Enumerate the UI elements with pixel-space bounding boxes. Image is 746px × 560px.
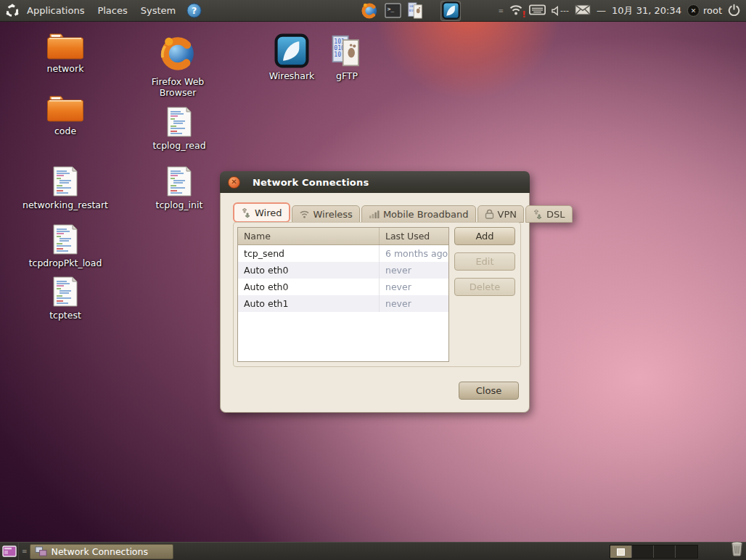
workspace-switcher <box>610 545 698 559</box>
task-window-icon <box>35 546 47 557</box>
help-icon[interactable]: ? <box>184 1 204 21</box>
edit-button[interactable]: Edit <box>454 252 515 271</box>
desktop-icon-code[interactable]: code <box>36 94 94 136</box>
gftp-launcher-icon[interactable]: 101 010 <box>406 1 426 21</box>
tab-label: Wired <box>255 207 282 218</box>
task-button-network-connections[interactable]: Network Connections <box>30 544 173 559</box>
show-desktop-button[interactable] <box>0 543 19 560</box>
top-panel: Applications Places System ? >_ 101 010 <box>0 0 746 22</box>
desktop-background: Applications Places System ? >_ 101 010 <box>0 0 746 560</box>
firefox-launcher-icon[interactable] <box>359 1 380 21</box>
desktop-icon-label: tcptest <box>29 310 102 321</box>
desktop-icon-gftp[interactable]: 101 010 10 gFTP <box>318 35 376 81</box>
desktop-icon-tcplog-read[interactable]: tcplog_read <box>142 106 217 151</box>
column-header-last-used[interactable]: Last Used <box>380 228 448 244</box>
table-row[interactable]: Auto eth0 never <box>238 279 448 295</box>
window-close-icon[interactable]: ✕ <box>228 176 240 189</box>
desktop-icon-label: tcpdropPkt_load <box>15 258 116 268</box>
connection-name: Auto eth1 <box>238 295 380 312</box>
window-titlebar[interactable]: ✕ Network Connections <box>220 171 530 193</box>
workspace-2[interactable] <box>632 545 654 558</box>
wireshark-icon <box>255 33 328 68</box>
dsl-icon <box>533 210 543 219</box>
wireless-icon <box>299 210 310 218</box>
tray-grip-handle[interactable]: ≡ <box>499 8 504 14</box>
connection-name: Auto eth0 <box>238 279 380 295</box>
wireshark-launcher-icon[interactable] <box>440 1 461 21</box>
column-header-name[interactable]: Name <box>238 228 380 244</box>
desktop-icon-wireshark[interactable]: Wireshark <box>255 33 328 81</box>
connection-last-used: never <box>380 262 448 279</box>
text-file-icon <box>142 106 217 138</box>
tab-vpn[interactable]: VPN <box>477 205 524 223</box>
workspace-3[interactable] <box>654 545 676 558</box>
close-button[interactable]: Close <box>459 382 519 400</box>
desktop-icon-label: tcplog_read <box>142 140 217 151</box>
text-file-icon <box>15 223 116 255</box>
terminal-launcher-icon[interactable]: >_ <box>382 1 403 21</box>
status-dash-indicator[interactable]: — <box>597 5 606 16</box>
desktop-icon-label: code <box>36 125 94 136</box>
menu-places[interactable]: Places <box>91 0 134 22</box>
window-body: Wired Wireless Mobile Broadband <box>220 193 530 413</box>
tab-mobile-broadband[interactable]: Mobile Broadband <box>361 205 476 223</box>
workspace-4[interactable] <box>676 545 697 558</box>
workspace-1[interactable] <box>610 545 632 558</box>
mail-indicator-icon[interactable] <box>575 4 591 17</box>
desktop-icon-network[interactable]: network <box>36 32 94 74</box>
tab-dsl[interactable]: DSL <box>525 205 573 223</box>
table-row[interactable]: Auto eth0 never <box>238 262 448 279</box>
gftp-icon: 101 010 10 <box>318 35 376 68</box>
svg-text:10: 10 <box>334 51 341 58</box>
keyboard-indicator-icon[interactable] <box>529 4 546 18</box>
table-actions: Add Edit Delete <box>454 227 515 296</box>
window-title: Network Connections <box>253 177 369 188</box>
add-button[interactable]: Add <box>454 227 515 245</box>
trash-icon[interactable] <box>730 541 744 559</box>
delete-button[interactable]: Delete <box>454 278 515 296</box>
menu-applications[interactable]: Applications <box>20 0 91 22</box>
tab-label: Wireless <box>313 209 353 220</box>
text-file-icon <box>142 165 217 197</box>
folder-icon <box>36 94 94 123</box>
text-file-icon <box>15 165 116 197</box>
volume-muted-icon[interactable]: --- <box>552 6 569 16</box>
task-button-label: Network Connections <box>52 546 148 557</box>
desktop-icon-tcpdropPkt-load[interactable]: tcpdropPkt_load <box>15 223 116 268</box>
table-row[interactable]: tcp_send 6 months ago <box>238 245 448 262</box>
desktop-icon-networking-restart[interactable]: networking_restart <box>15 165 116 210</box>
workspace-window-thumb <box>617 548 625 556</box>
firefox-icon <box>133 33 223 74</box>
connections-table[interactable]: Name Last Used tcp_send 6 months ago Aut… <box>237 227 449 362</box>
lock-icon <box>485 209 494 219</box>
tab-label: Mobile Broadband <box>383 209 469 220</box>
desktop-icon-firefox[interactable]: Firefox Web Browser <box>133 33 223 98</box>
menu-system[interactable]: System <box>134 0 182 22</box>
power-icon[interactable] <box>728 4 740 18</box>
desktop-icon-label: networking_restart <box>15 199 116 210</box>
tasklist-grip-handle[interactable]: ≡ <box>22 549 27 554</box>
connection-name: tcp_send <box>238 245 380 262</box>
tab-wired[interactable]: Wired <box>233 202 290 223</box>
ubuntu-logo-icon[interactable] <box>4 3 20 19</box>
network-status-icon[interactable]: ! <box>509 3 523 18</box>
desktop-icon-label: Wireshark <box>255 70 328 81</box>
connection-last-used: never <box>380 279 448 295</box>
connection-last-used: never <box>380 295 448 312</box>
desktop-icon-label: Firefox Web Browser <box>133 76 223 98</box>
bottom-taskbar: ≡ Network Connections <box>0 542 746 560</box>
folder-icon <box>36 32 94 61</box>
user-menu[interactable]: ✕ root <box>687 4 722 17</box>
clock[interactable]: 10月 31, 20:34 <box>612 4 681 17</box>
network-connections-window: ✕ Network Connections Wired Wireless <box>220 171 530 413</box>
table-row[interactable]: Auto eth1 never <box>238 295 448 312</box>
connection-last-used: 6 months ago <box>380 245 448 262</box>
tab-label: VPN <box>498 209 517 220</box>
table-header[interactable]: Name Last Used <box>238 228 448 245</box>
wired-icon <box>241 208 251 218</box>
svg-text:>_: >_ <box>388 6 395 12</box>
tab-wireless[interactable]: Wireless <box>292 205 360 223</box>
desktop-icon-tcplog-init[interactable]: tcplog_init <box>142 165 217 210</box>
desktop-icon-tcptest[interactable]: tcptest <box>29 276 102 321</box>
text-file-icon <box>29 276 102 308</box>
